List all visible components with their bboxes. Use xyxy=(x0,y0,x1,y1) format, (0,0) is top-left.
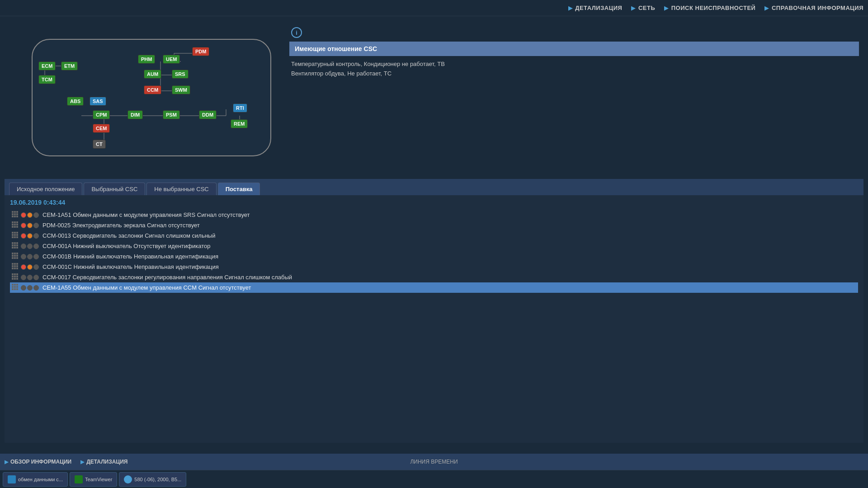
taskbar-icon-ie xyxy=(124,475,132,483)
module-CPM[interactable]: CPM xyxy=(93,110,110,119)
taskbar-btn-ie[interactable]: 580 (-06), 2000, B5... xyxy=(119,472,186,487)
module-PDM[interactable]: PDM xyxy=(192,47,209,56)
svg-rect-43 xyxy=(12,242,14,244)
svg-rect-45 xyxy=(16,242,18,244)
svg-rect-51 xyxy=(16,247,18,249)
svg-rect-67 xyxy=(12,267,14,269)
indicator-dot xyxy=(33,285,39,291)
nav-set[interactable]: ▶ СЕТЬ xyxy=(631,5,655,11)
tab-selected-csc[interactable]: Выбранный CSC xyxy=(84,183,145,195)
bottom-bar: ▶ ОБЗОР ИНФОРМАЦИИ ▶ ДЕТАЛИЗАЦИЯ ЛИНИЯ В… xyxy=(0,454,868,470)
indicator-dot xyxy=(21,285,26,291)
svg-rect-29 xyxy=(14,224,16,225)
svg-rect-36 xyxy=(16,232,18,234)
svg-rect-38 xyxy=(14,234,16,236)
svg-rect-28 xyxy=(12,224,14,225)
module-ABS[interactable]: ABS xyxy=(67,97,84,106)
taskbar-btn-1[interactable]: обмен данными с... xyxy=(3,472,68,487)
fault-grid-icon xyxy=(12,211,18,219)
tab-delivery[interactable]: Поставка xyxy=(218,183,260,195)
svg-rect-86 xyxy=(14,288,16,290)
svg-rect-16 xyxy=(12,211,14,213)
nav-detalizaciya[interactable]: ▶ ДЕТАЛИЗАЦИЯ xyxy=(568,5,623,11)
fault-item-2[interactable]: PDM-0025 Электродвигатель зеркала Сигнал… xyxy=(10,220,858,230)
fault-indicators-2 xyxy=(21,223,39,228)
module-SRS[interactable]: SRS xyxy=(172,70,189,79)
module-PSM[interactable]: PSM xyxy=(163,110,180,119)
fault-item-1[interactable]: CEM-1A51 Обмен данными с модулем управле… xyxy=(10,210,858,220)
svg-rect-42 xyxy=(16,236,18,238)
main-content: ECM ETM TCM PHM UEM PDM AUM SRS CCM SWM … xyxy=(0,16,868,447)
taskbar-btn-teamviewer[interactable]: TeamViewer xyxy=(70,472,117,487)
svg-rect-27 xyxy=(16,221,18,223)
tab-initial[interactable]: Исходное положение xyxy=(9,183,82,195)
module-CCM[interactable]: CCM xyxy=(144,85,161,94)
indicator-dot xyxy=(33,244,39,249)
bottom-timeline: ЛИНИЯ ВРЕМЕНИ xyxy=(410,459,458,465)
module-RTI[interactable]: RTI xyxy=(233,103,247,113)
nav-spravka[interactable]: ▶ СПРАВОЧНАЯ ИНФОРМАЦИЯ xyxy=(764,5,863,11)
fault-indicators-5 xyxy=(21,254,39,259)
svg-rect-22 xyxy=(12,216,14,217)
svg-rect-74 xyxy=(14,276,16,277)
module-CEM[interactable]: CEM xyxy=(93,124,110,133)
svg-rect-44 xyxy=(14,242,16,244)
svg-rect-18 xyxy=(16,211,18,213)
indicator-dot xyxy=(21,264,26,270)
indicator-dot xyxy=(27,212,33,218)
svg-rect-80 xyxy=(14,284,16,286)
overview-arrow: ▶ xyxy=(5,459,8,465)
module-CT[interactable]: CT xyxy=(93,140,106,149)
module-DDM[interactable]: DDM xyxy=(199,110,217,119)
fault-text: CCM-001A Нижний выключатель Отсутствует … xyxy=(42,243,210,249)
bottom-btn-overview[interactable]: ▶ ОБЗОР ИНФОРМАЦИИ xyxy=(5,459,71,465)
svg-rect-31 xyxy=(12,226,14,228)
svg-rect-65 xyxy=(14,265,16,267)
fault-text: CCM-001C Нижний выключатель Неправильная… xyxy=(42,263,219,270)
module-AUM[interactable]: AUM xyxy=(144,70,161,79)
info-panel: i Имеющие отношение CSC Температурный ко… xyxy=(285,21,863,174)
fault-indicators-8 xyxy=(21,285,39,291)
module-TCM[interactable]: TCM xyxy=(38,75,56,84)
fault-indicators-1 xyxy=(21,212,39,218)
fault-item-6[interactable]: CCM-001C Нижний выключатель Неправильная… xyxy=(10,262,858,272)
svg-rect-76 xyxy=(12,278,14,280)
top-navigation: ▶ ДЕТАЛИЗАЦИЯ ▶ СЕТЬ ▶ ПОИСК НЕИСПРАВНОС… xyxy=(0,0,868,16)
fault-item-7[interactable]: CCM-0017 Серводвигатель заслонки регулир… xyxy=(10,272,858,282)
info-icon: i xyxy=(291,27,302,38)
module-ETM[interactable]: ETM xyxy=(61,61,78,70)
fault-indicators-4 xyxy=(21,244,39,249)
fault-timestamp: 19.06.2019 0:43:44 xyxy=(10,199,858,206)
fault-text: CEM-1A51 Обмен данными с модулем управле… xyxy=(42,211,250,218)
svg-rect-54 xyxy=(16,253,18,254)
fault-item-5[interactable]: CCM-001B Нижний выключатель Неправильная… xyxy=(10,251,858,262)
fault-grid-icon xyxy=(12,232,18,239)
indicator-dot xyxy=(21,223,26,228)
module-UEM[interactable]: UEM xyxy=(163,55,180,64)
svg-rect-84 xyxy=(16,286,18,288)
svg-rect-72 xyxy=(16,273,18,275)
svg-rect-75 xyxy=(16,276,18,277)
nav-poisk[interactable]: ▶ ПОИСК НЕИСПРАВНОСТЕЙ xyxy=(664,5,755,11)
nav-arrow-1: ▶ xyxy=(568,5,573,11)
svg-rect-53 xyxy=(14,253,16,254)
svg-rect-87 xyxy=(16,288,18,290)
indicator-dot xyxy=(27,275,33,280)
tab-not-selected-csc[interactable]: Не выбранные CSC xyxy=(146,183,216,195)
svg-rect-57 xyxy=(16,255,18,257)
fault-item-3[interactable]: CCM-0013 Серводвигатель заслонки Сигнал … xyxy=(10,230,858,241)
module-ECM[interactable]: ECM xyxy=(38,61,56,70)
module-REM[interactable]: REM xyxy=(231,119,248,128)
bottom-btn-detail[interactable]: ▶ ДЕТАЛИЗАЦИЯ xyxy=(80,459,127,465)
svg-rect-60 xyxy=(16,257,18,259)
module-DIM[interactable]: DIM xyxy=(127,110,143,119)
fault-item-4[interactable]: CCM-001A Нижний выключатель Отсутствует … xyxy=(10,241,858,251)
module-SAS[interactable]: SAS xyxy=(90,97,106,106)
module-SWM[interactable]: SWM xyxy=(172,85,190,94)
fault-grid-icon xyxy=(12,242,18,250)
svg-rect-64 xyxy=(12,265,14,267)
info-panel-header: Имеющие отношение CSC xyxy=(289,42,859,56)
fault-item-8[interactable]: CEM-1A55 Обмен данными с модулем управле… xyxy=(10,282,858,293)
taskbar: обмен данными с... TeamViewer 580 (-06),… xyxy=(0,470,868,488)
module-PHM[interactable]: PHM xyxy=(138,55,155,64)
